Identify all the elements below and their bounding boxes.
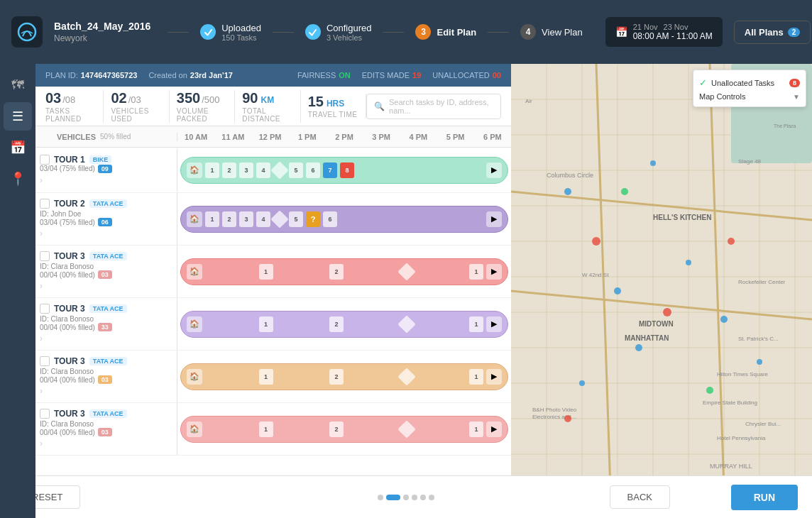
gantt-diamond-2 [397,263,415,280]
page-dot-3[interactable] [403,495,409,500]
svg-text:St. Patrick's C...: St. Patrick's C... [738,336,779,342]
tour-checkbox-1[interactable] [40,199,50,209]
step4-num: 4 [520,24,536,40]
distance-value: 90KM [242,90,292,106]
tour-driver-3: ID: Clara Bonoso [40,315,171,323]
svg-point-54 [663,308,671,316]
tour-type-3: TATA ACE [89,304,127,313]
svg-point-57 [621,188,628,195]
tour-chevron-5[interactable]: › [40,439,45,448]
gantt-bar-5[interactable]: 🏠121▶ [180,416,508,443]
map-area: Columbus Circle HELL'S KITCHEN MIDTOWN M… [511,64,812,490]
sidebar-icon-list[interactable]: ☰ [4,102,32,131]
gantt-task-3-2: 2 [329,316,344,332]
gantt-diamond-5 [397,420,415,438]
svg-text:B&H Photo Video: B&H Photo Video [532,407,577,413]
search-placeholder: Search tasks by ID, address, nam... [389,98,493,115]
plan-bar: PLAN ID: 1474647365723 Created on 23rd J… [35,64,511,87]
time-12pm: 12 PM [251,133,288,141]
tour-driver-2: ID: Clara Bonoso [40,263,171,270]
tour-chevron-1[interactable]: › [40,228,45,238]
vehicles-col-header: VEHICLES 50% filled [35,133,177,141]
unallocated-label: UNALLOCATED [432,71,489,79]
gantt-task-4-3: 1 [469,369,483,385]
tour-chevron-0[interactable]: › [40,175,45,185]
tour-badge-0: 09 [98,165,112,173]
step-divider-4 [488,32,509,33]
tour-checkbox-3[interactable] [40,304,50,314]
tour-checkbox-2[interactable] [40,251,50,261]
vehicles-header-label: VEHICLES [57,133,96,141]
tour-checkbox-4[interactable] [40,356,50,366]
date-range: 📅 21 Nov 23 Nov 08:00 AM - 11:00 AM [605,17,723,47]
tour-fill-1: 03/04 (75% filled) [40,219,95,226]
search-box[interactable]: 🔍 Search tasks by ID, address, nam... [366,94,501,119]
tour-row: TOUR 3TATA ACEID: Clara Bonoso00/04 (00%… [35,246,511,298]
time-5pm: 5 PM [437,133,474,141]
plan-id-item: PLAN ID: 1474647365723 [45,71,137,79]
edits-item: EDITS MADE 19 [362,71,421,79]
gantt-bar-0[interactable]: 🏠12345678▶ [180,157,508,184]
tour-fill-0: 03/04 (75% filled) [40,165,95,172]
table-container: VEHICLES 50% filled 10 AM 11 AM 12 PM 1 … [35,126,511,518]
sidebar-icon-map[interactable]: 🗺 [4,71,32,99]
back-button[interactable]: BACK [610,485,670,509]
gantt-bar-1[interactable]: 🏠12345?6▶ [180,206,508,233]
tour-checkbox-5[interactable] [40,409,50,419]
tour-name-5: TOUR 3 [54,409,85,419]
tour-name-3: TOUR 3 [54,304,85,314]
step3-label: Edit Plan [437,27,476,38]
sidebar-icon-calendar[interactable]: 📅 [4,133,32,162]
tour-fill-5: 00/04 (00% filled) [40,429,95,436]
map-controls-chevron-icon: ▼ [793,93,800,101]
date-range-dates: 21 Nov 23 Nov 08:00 AM - 11:00 AM [633,23,713,41]
svg-text:Chrysler Bui...: Chrysler Bui... [745,421,781,427]
stats-row: 03/08 TASKS PLANNED 02/03 VEHICLES USED … [35,87,511,126]
gantt-bar-2[interactable]: 🏠121▶ [180,258,508,285]
svg-point-45 [564,188,571,195]
tour-chevron-4[interactable]: › [40,386,45,396]
tour-chevron-2[interactable]: › [40,281,45,291]
tour-chevron-3[interactable]: › [40,334,45,343]
gantt-task-0-7: 7 [323,162,337,178]
time-11am: 11 AM [214,133,251,141]
page-dot-1[interactable] [378,495,383,500]
map-overlay: ✓ Unallocated Tasks 8 Map Controls ▼ [693,70,806,107]
tour-badge-5: 03 [98,428,112,436]
gantt-home-icon-1: 🏠 [187,211,202,227]
date-to: 23 Nov [664,23,688,31]
gantt-task-0-8: 8 [340,162,354,178]
page-controls [378,495,434,500]
page-dot-6[interactable] [429,495,434,500]
time-3pm: 3 PM [363,133,400,141]
edits-value: 19 [412,71,421,79]
vehicles-value: 02/03 [111,90,161,106]
tour-info-3: TOUR 3TATA ACEID: Clara Bonoso00/04 (00%… [35,298,177,350]
tour-info-5: TOUR 3TATA ACEID: Clara Bonoso00/04 (00%… [35,403,177,455]
run-button[interactable]: RUN [731,485,798,510]
gantt-task-0-5: 5 [289,162,303,178]
svg-text:Hotel Pennsylvania: Hotel Pennsylvania [717,435,766,441]
plan-id-value: 1474647365723 [81,71,138,79]
gantt-task-0-6: 6 [306,162,320,178]
page-dot-2[interactable] [386,495,400,500]
tour-checkbox-0[interactable] [40,155,50,165]
gantt-end-icon-3: ▶ [486,316,502,332]
stat-vehicles: 02/03 VEHICLES USED [104,90,169,123]
svg-text:Air: Air [525,98,532,104]
sidebar-icon-pin[interactable]: 📍 [4,165,32,193]
time-label: TRAVEL TIME [308,111,358,119]
gantt-bar-4[interactable]: 🏠121▶ [180,363,508,390]
svg-point-49 [635,344,642,351]
svg-point-55 [564,415,571,422]
batch-title: Batch_24_May_2016 [54,21,150,32]
plan-id-label: PLAN ID: [45,71,78,79]
sidebar: 🗺 ☰ 📅 📍 [0,64,35,518]
map-controls-row[interactable]: Map Controls ▼ [699,92,800,101]
page-dot-5[interactable] [420,495,426,500]
all-plans-button[interactable]: All Plans 2 [734,21,811,44]
search-icon: 🔍 [374,101,385,111]
gantt-bar-3[interactable]: 🏠121▶ [180,311,508,338]
page-dot-4[interactable] [412,495,417,500]
tour-gantt-0: 🏠12345678▶ [177,150,511,191]
